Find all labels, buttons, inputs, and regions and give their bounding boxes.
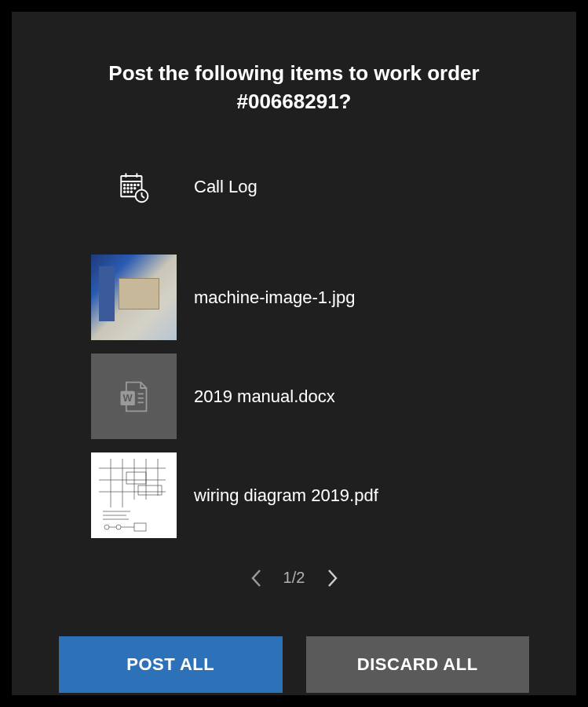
svg-point-15	[131, 191, 133, 192]
item-label: Call Log	[194, 177, 257, 197]
calendar-clock-icon	[117, 170, 150, 203]
svg-point-9	[124, 188, 126, 189]
pager: 1/2	[12, 539, 576, 613]
item-thumb-slot	[90, 452, 177, 539]
word-doc-thumbnail: W	[91, 354, 177, 439]
list-item: machine-image-1.jpg	[90, 255, 498, 341]
item-thumb-slot	[90, 255, 177, 341]
svg-text:W: W	[123, 392, 133, 404]
list-item: W 2019 manual.docx	[90, 354, 498, 440]
svg-point-14	[127, 191, 129, 192]
item-label: machine-image-1.jpg	[194, 288, 355, 308]
item-label: wiring diagram 2019.pdf	[194, 485, 378, 506]
svg-point-13	[124, 191, 126, 192]
items-list: Call Log machine-image-1.jpg W	[12, 116, 576, 539]
svg-point-5	[127, 184, 129, 185]
machine-image-thumbnail	[91, 255, 177, 340]
svg-point-8	[137, 184, 139, 185]
post-items-dialog: Post the following items to work order #…	[12, 12, 576, 695]
list-item: wiring diagram 2019.pdf	[90, 452, 498, 539]
button-row: POST ALL DISCARD ALL	[12, 613, 576, 707]
pager-indicator: 1/2	[282, 569, 307, 587]
item-thumb-slot: W	[90, 354, 177, 440]
svg-point-6	[131, 184, 133, 185]
pager-prev-button[interactable]	[247, 567, 265, 589]
list-item: Call Log	[90, 163, 498, 211]
svg-point-7	[134, 184, 136, 185]
item-icon-slot	[90, 163, 177, 211]
svg-point-12	[134, 188, 136, 189]
chevron-left-icon	[250, 569, 261, 588]
svg-point-11	[131, 188, 133, 189]
svg-point-4	[124, 184, 126, 185]
pager-next-button[interactable]	[324, 567, 341, 589]
discard-all-button[interactable]: DISCARD ALL	[306, 636, 530, 693]
dialog-title: Post the following items to work order #…	[12, 12, 576, 116]
word-doc-icon: W	[116, 379, 151, 414]
post-all-button[interactable]: POST ALL	[59, 636, 283, 693]
svg-rect-24	[91, 452, 177, 538]
chevron-right-icon	[327, 569, 338, 588]
wiring-diagram-thumbnail	[91, 452, 177, 538]
item-label: 2019 manual.docx	[194, 386, 335, 407]
svg-point-10	[127, 188, 129, 189]
